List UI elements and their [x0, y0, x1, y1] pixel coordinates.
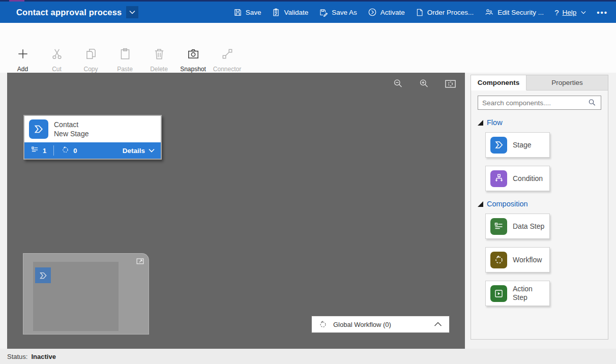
command-bar: Contact approval process Save Validate S… [0, 2, 616, 23]
fit-to-canvas-icon[interactable] [445, 79, 456, 89]
panel-tabs: Components Properties [471, 75, 608, 90]
minimap-stage-node [35, 267, 51, 283]
minimap[interactable] [23, 253, 149, 335]
activate-icon [368, 8, 377, 17]
help-chevron-down-icon [581, 11, 586, 14]
connector-icon [221, 47, 234, 63]
save-as-button[interactable]: Save As [319, 8, 357, 17]
workflow-count: 0 [73, 147, 77, 155]
help-button[interactable]: ? Help [554, 8, 586, 17]
save-icon [233, 8, 242, 17]
validate-icon [272, 8, 280, 17]
stage-node-contact[interactable]: Contact New Stage 1 0 Details [23, 115, 162, 160]
edit-security-icon [484, 8, 494, 17]
zoom-in-icon[interactable] [419, 78, 429, 89]
save-button[interactable]: Save [233, 8, 261, 17]
component-action-step[interactable]: Action Step [485, 281, 550, 306]
section-composition-header[interactable]: Composition [478, 200, 608, 208]
component-condition[interactable]: Condition [485, 166, 550, 191]
minimap-collapse-icon[interactable] [136, 257, 144, 265]
workflow-count-icon [61, 145, 70, 156]
snapshot-button[interactable]: Snapshot [176, 23, 210, 73]
process-title-dropdown[interactable]: Contact approval process [16, 6, 138, 18]
order-process-button[interactable]: Order Proces... [416, 8, 474, 17]
add-button[interactable]: Add [6, 23, 40, 73]
component-stage[interactable]: Stage [485, 132, 550, 158]
snapshot-icon [187, 47, 200, 63]
more-commands-button[interactable]: ••• [597, 8, 608, 17]
process-designer: Contact approval process Save Validate S… [0, 0, 616, 364]
stage-node-header: Contact New Stage [24, 116, 161, 142]
more-icon: ••• [597, 8, 608, 17]
validate-button[interactable]: Validate [272, 8, 308, 17]
delete-icon [153, 47, 166, 63]
component-data-step[interactable]: Data Step [485, 214, 550, 239]
zoom-out-icon[interactable] [393, 78, 403, 89]
divider [53, 145, 54, 156]
delete-button[interactable]: Delete [142, 23, 176, 73]
tab-components[interactable]: Components [471, 75, 526, 90]
stage-node-footer: 1 0 Details [24, 142, 161, 159]
order-process-icon [416, 8, 424, 17]
section-flow-header[interactable]: Flow [478, 118, 608, 127]
data-step-icon [490, 218, 507, 235]
help-icon: ? [554, 8, 559, 17]
action-step-icon [490, 285, 507, 302]
section-collapse-icon [478, 120, 483, 126]
command-group: Save Validate Save As Activate Order Pro… [233, 8, 608, 17]
paste-button[interactable]: Paste [108, 23, 142, 73]
global-workflow-chevron-up-icon[interactable] [434, 322, 442, 327]
activate-button[interactable]: Activate [368, 8, 405, 17]
status-label: Status: [7, 353, 27, 360]
cut-button[interactable]: Cut [40, 23, 74, 73]
stage-icon [490, 137, 507, 154]
page-title: Contact approval process [16, 8, 122, 17]
designer-toolbar: Add Cut Copy Paste Delete Snapshot Conne… [0, 23, 616, 73]
copy-button[interactable]: Copy [74, 23, 108, 73]
status-badge: Inactive [31, 353, 55, 360]
workflow-icon [490, 252, 507, 268]
tab-properties[interactable]: Properties [526, 75, 608, 90]
details-chevron-down-icon [149, 148, 155, 153]
paste-icon [119, 47, 132, 63]
design-canvas[interactable]: Contact New Stage 1 0 Details [7, 73, 465, 349]
details-toggle[interactable]: Details [123, 147, 155, 155]
component-workflow[interactable]: Workflow [485, 247, 550, 272]
title-chevron-down-icon[interactable] [126, 6, 138, 18]
data-step-count-icon [31, 145, 39, 156]
global-workflow-label: Global Workflow (0) [333, 321, 391, 328]
canvas-zoom-controls [393, 78, 456, 89]
global-workflow-bar[interactable]: Global Workflow (0) [311, 316, 450, 333]
connector-button[interactable]: Connector [210, 23, 244, 73]
section-collapse-icon [478, 201, 483, 207]
stage-icon [29, 119, 48, 139]
edit-security-button[interactable]: Edit Security ... [484, 8, 544, 17]
components-panel: Components Properties Flow Stage Conditi… [471, 75, 608, 340]
cut-icon [50, 47, 64, 63]
condition-icon [490, 170, 507, 187]
add-icon [16, 47, 30, 63]
global-workflow-icon [318, 320, 328, 329]
status-bar: Status: Inactive [0, 349, 616, 364]
component-search [478, 96, 601, 110]
stage-entity: Contact [54, 120, 89, 129]
search-icon[interactable] [588, 98, 597, 107]
save-as-icon [319, 8, 328, 17]
data-step-count: 1 [43, 147, 46, 155]
search-input[interactable] [478, 99, 588, 107]
copy-icon [84, 47, 98, 63]
stage-node-text: Contact New Stage [54, 120, 89, 138]
stage-name: New Stage [54, 129, 89, 138]
